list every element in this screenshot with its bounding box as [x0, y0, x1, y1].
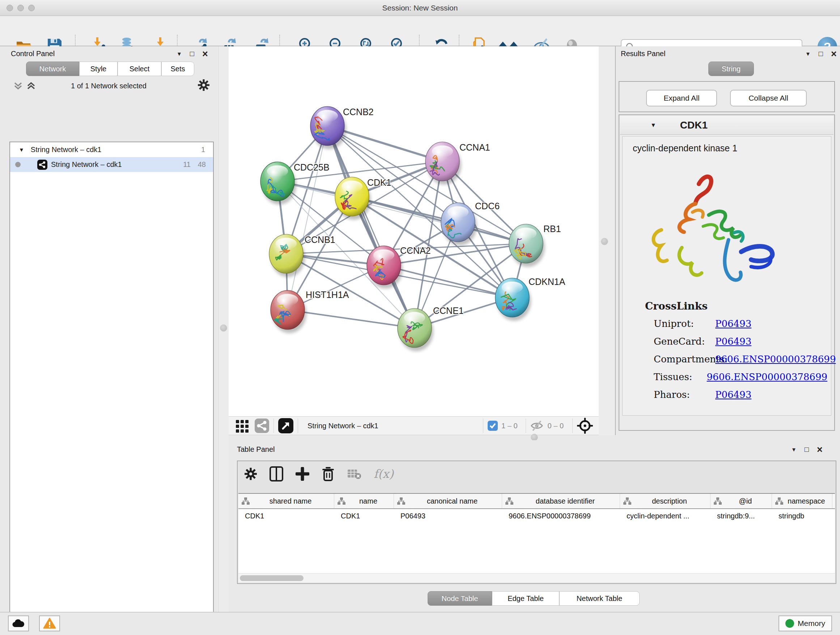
column-header--id[interactable]: @id [711, 494, 772, 508]
column-type-icon [775, 497, 783, 505]
tab-string[interactable]: String [708, 62, 754, 76]
tree-expand-icon[interactable]: ▼ [19, 147, 24, 153]
control-panel: Control Panel ▼ □ × Network Style Select… [0, 46, 218, 612]
table-row[interactable]: CDK1CDK1P064939606.ENSP00000378699cyclin… [238, 509, 835, 524]
network-collection-row[interactable]: ▼ String Network – cdk1 1 [10, 142, 213, 157]
close-window-button[interactable] [6, 5, 13, 11]
column-header-canonical-name[interactable]: canonical name [394, 494, 502, 508]
table-cell[interactable]: P06493 [394, 509, 502, 524]
column-header-description[interactable]: description [620, 494, 711, 508]
network-label: String Network – cdk1 [51, 160, 122, 169]
crosslink-label: Tissues: [654, 371, 707, 382]
splitter-handle[interactable] [601, 238, 608, 245]
birdseye-view-icon[interactable] [278, 418, 294, 433]
float-panel-icon[interactable]: □ [819, 50, 823, 58]
network-node-CDK1[interactable] [335, 177, 371, 220]
close-panel-icon[interactable]: × [831, 50, 837, 57]
vertical-splitter-right[interactable] [599, 46, 615, 435]
network-node-CDC6[interactable] [441, 203, 477, 245]
close-panel-icon[interactable]: × [817, 446, 823, 453]
crosslink-link[interactable]: 9606.ENSP00000378699 [715, 354, 836, 364]
network-view-title: String Network – cdk1 [308, 422, 378, 430]
network-node-RB1[interactable] [509, 224, 545, 267]
table-cell[interactable]: 9606.ENSP00000378699 [502, 509, 620, 524]
gene-section-header[interactable]: ▼ CDK1 [620, 116, 834, 135]
collapse-panel-icon[interactable]: ▼ [805, 51, 811, 57]
expand-all-button[interactable]: Expand All [646, 90, 717, 106]
network-options-gear-icon[interactable] [197, 79, 210, 91]
crosslink-link[interactable]: P06493 [715, 336, 752, 347]
horizontal-splitter[interactable] [229, 435, 840, 440]
table-cell[interactable]: CDK1 [238, 509, 334, 524]
crosslink-link[interactable]: P06493 [715, 318, 752, 329]
node-label-CCNA2: CCNA2 [400, 245, 431, 256]
float-panel-icon[interactable]: □ [805, 445, 809, 454]
splitter-handle[interactable] [531, 434, 538, 441]
network-row[interactable]: String Network – cdk1 11 48 [10, 157, 213, 172]
grid-view-icon[interactable] [235, 418, 249, 433]
column-type-icon [714, 497, 722, 505]
column-header-name[interactable]: name [334, 494, 394, 508]
maximize-window-button[interactable] [28, 5, 35, 11]
minimize-window-button[interactable] [17, 5, 24, 11]
crosslink-link[interactable]: 9606.ENSP00000378699 [707, 371, 827, 382]
column-header-namespace[interactable]: namespace [772, 494, 832, 508]
show-columns-icon[interactable] [270, 466, 283, 481]
table-cell[interactable]: cyclin-dependent ... [620, 509, 711, 524]
column-type-icon [397, 497, 406, 505]
tab-style[interactable]: Style [79, 62, 118, 76]
network-node-CCNA2[interactable] [367, 246, 403, 288]
float-panel-icon[interactable]: □ [190, 50, 194, 58]
tab-sets[interactable]: Sets [161, 62, 194, 76]
cloud-button[interactable] [8, 616, 29, 631]
network-edge-HIST1H1A-CCNE1[interactable] [287, 310, 415, 328]
column-header-shared-name[interactable]: shared name [238, 494, 334, 508]
crosslink-row: GeneCard:P06493 [654, 336, 827, 347]
tab-node-table[interactable]: Node Table [428, 591, 492, 606]
tab-network[interactable]: Network [26, 62, 79, 76]
hidden-eye-slash-icon[interactable] [531, 420, 543, 431]
section-collapse-icon[interactable]: ▼ [651, 122, 656, 128]
network-edge-CDK1-RB1[interactable] [352, 196, 526, 244]
expand-all-networks-icon[interactable] [13, 81, 23, 90]
table-cell[interactable]: stringdb [772, 509, 832, 524]
warning-button[interactable] [39, 616, 60, 631]
node-label-CCNA1: CCNA1 [459, 142, 490, 152]
table-cell[interactable]: stringdb:9... [711, 509, 772, 524]
table-cell[interactable]: CDK1 [334, 509, 394, 524]
function-builder-icon[interactable]: f(x) [374, 467, 393, 481]
scrollbar-thumb[interactable] [240, 575, 303, 581]
network-share-view-icon[interactable] [255, 418, 269, 433]
network-node-CCNA1[interactable] [425, 142, 461, 185]
fit-selected-crosshair-icon[interactable] [577, 418, 593, 434]
delete-column-trash-icon[interactable] [322, 466, 335, 481]
network-node-CCNB2[interactable] [310, 106, 346, 149]
network-edge-CCNB2-HIST1H1A[interactable] [287, 126, 327, 310]
memory-button[interactable]: Memory [778, 616, 832, 631]
network-node-CDC25B[interactable] [261, 162, 296, 204]
tab-network-table[interactable]: Network Table [559, 591, 639, 606]
table-options-gear-icon[interactable] [244, 467, 257, 480]
delete-table-icon[interactable] [347, 468, 362, 480]
gene-section-body: cyclin-dependent kinase 1 [622, 136, 831, 416]
collapse-all-networks-icon[interactable] [26, 81, 36, 90]
table-horizontal-scrollbar[interactable] [238, 573, 835, 583]
network-node-CCNE1[interactable] [398, 309, 433, 351]
network-canvas[interactable]: CCNB2CCNA1CDC25BCDK1CDC6RB1CCNB1CCNA2CDK… [229, 46, 599, 416]
add-column-plus-icon[interactable] [295, 467, 309, 481]
collapse-panel-icon[interactable]: ▼ [791, 447, 797, 453]
tab-edge-table[interactable]: Edge Table [492, 591, 559, 606]
tab-select[interactable]: Select [118, 62, 161, 76]
collapse-all-button[interactable]: Collapse All [730, 90, 807, 106]
vertical-splitter-left[interactable] [218, 46, 229, 612]
toolbar-separator [298, 418, 298, 433]
selected-checkbox-icon[interactable] [488, 421, 498, 431]
crosslink-link[interactable]: P06493 [715, 389, 752, 400]
close-panel-icon[interactable]: × [202, 50, 208, 57]
collapse-panel-icon[interactable]: ▼ [177, 51, 182, 57]
network-node-CDKN1A[interactable] [495, 278, 531, 321]
splitter-handle[interactable] [220, 325, 227, 332]
network-node-HIST1H1A[interactable] [271, 290, 306, 333]
selected-counts: 1 – 0 [501, 422, 517, 430]
column-header-database-identifier[interactable]: database identifier [502, 494, 620, 508]
